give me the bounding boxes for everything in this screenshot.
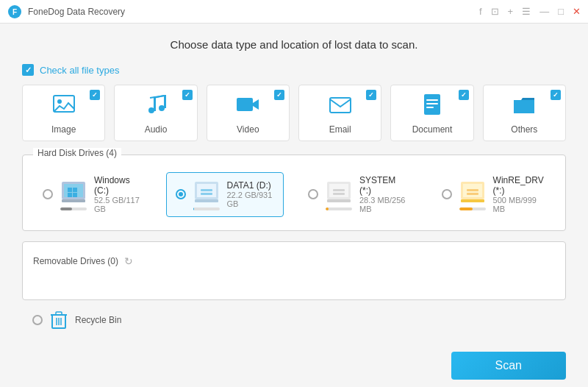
svg-point-3 [57,99,62,104]
document-icon [420,93,444,120]
drive-size-d: 22.2 GB/931 GB [227,191,275,208]
svg-rect-14 [426,103,438,104]
file-type-card-video[interactable]: Video [207,85,290,141]
drive-radio-d[interactable] [176,189,186,199]
drive-bar-fill-d [193,207,194,210]
drive-name-sys: SYSTEM (*:) [359,175,408,196]
check-all-row: Check all file types [22,64,566,76]
removable-section-header: Removable Drives (0) [33,256,118,266]
recycle-bin-label: Recycle Bin [75,315,121,325]
file-types-row: Image Audio [22,85,566,141]
svg-rect-26 [201,189,212,191]
svg-point-5 [159,105,165,111]
svg-rect-21 [68,193,72,197]
file-type-card-document[interactable]: Document [390,85,473,141]
video-checkbox[interactable] [274,90,284,100]
svg-rect-19 [68,188,72,192]
winre-drive-icon [459,179,486,205]
drive-name-winre: WinRE_DRV (*:) [493,175,545,196]
audio-icon [144,93,168,120]
drive-size-sys: 28.3 MB/256 MB [359,196,408,213]
file-type-card-audio[interactable]: Audio [114,85,197,141]
svg-rect-11 [330,98,351,113]
image-checkbox[interactable] [90,90,100,100]
data1-drive-icon [193,179,220,205]
drive-name-d: DATA1 (D:) [227,180,275,191]
app-title: FoneDog Data Recovery [28,7,479,17]
drive-item-d[interactable]: DATA1 (D:) 22.2 GB/931 GB [166,172,284,217]
drives-row: Windows (C:) 52.5 GB/117 GB [33,168,555,220]
drive-bar-winre [459,207,486,210]
email-icon [329,93,352,120]
svg-rect-6 [154,96,156,111]
drive-size-c: 52.5 GB/117 GB [94,196,142,213]
removable-drives-panel: Removable Drives (0) ↻ [22,241,566,300]
facebook-icon[interactable]: f [479,6,482,17]
refresh-icon[interactable]: ↻ [124,255,133,267]
drive-bar-fill-winre [459,207,473,210]
svg-rect-36 [467,189,478,191]
scan-button[interactable]: Scan [451,352,566,380]
svg-rect-25 [195,199,218,202]
video-icon [236,93,259,120]
email-label: Email [329,124,351,135]
audio-label: Audio [145,124,168,135]
recycle-bin-icon [50,310,68,330]
drive-name-c: Windows (C:) [94,175,142,196]
svg-rect-9 [237,98,253,111]
drive-item-c[interactable]: Windows (C:) 52.5 GB/117 GB [33,168,151,220]
drive-info-sys: SYSTEM (*:) 28.3 MB/256 MB [359,175,408,213]
drive-radio-c[interactable] [43,189,53,199]
add-icon[interactable]: + [508,6,514,17]
check-all-label: Check all file types [40,65,119,76]
svg-rect-30 [327,199,351,202]
check-all-checkbox[interactable] [22,64,34,76]
file-type-card-email[interactable]: Email [298,85,381,141]
recycle-bin-row: Recycle Bin [22,310,566,330]
drive-info-c: Windows (C:) 52.5 GB/117 GB [94,175,142,213]
title-bar: F FoneDog Data Recovery f ⊡ + ☰ — □ ✕ [0,0,588,24]
svg-text:F: F [12,8,17,16]
menu-icon[interactable]: ☰ [522,6,531,17]
audio-checkbox[interactable] [182,90,193,100]
others-label: Others [511,124,537,135]
drive-icon-area-d [193,179,220,210]
recycle-bin-radio[interactable] [32,315,43,325]
drive-item-winre[interactable]: WinRE_DRV (*:) 500 MB/999 MB [432,168,555,220]
file-type-card-image[interactable]: Image [22,85,105,141]
drive-info-d: DATA1 (D:) 22.2 GB/931 GB [227,180,275,208]
drive-icon-area-winre [459,179,486,210]
drive-bar-fill-c [60,207,72,210]
drive-size-winre: 500 MB/999 MB [493,196,545,213]
others-icon [512,93,536,120]
email-checkbox[interactable] [366,90,376,100]
svg-marker-10 [253,99,259,110]
svg-rect-35 [461,199,484,202]
svg-rect-13 [426,99,438,101]
system-drive-icon [326,179,352,205]
feedback-icon[interactable]: ⊡ [491,6,499,17]
maximize-button[interactable]: □ [558,6,564,17]
svg-point-4 [148,107,154,113]
removable-header-row: Removable Drives (0) ↻ [33,255,555,267]
svg-rect-37 [467,193,478,195]
document-checkbox[interactable] [459,90,469,100]
video-label: Video [237,124,259,135]
minimize-button[interactable]: — [539,6,549,17]
image-label: Image [51,124,76,135]
drive-info-winre: WinRE_DRV (*:) 500 MB/999 MB [493,175,545,213]
document-label: Document [412,124,453,135]
drive-item-sys[interactable]: SYSTEM (*:) 28.3 MB/256 MB [298,168,417,220]
svg-rect-40 [56,312,62,315]
drive-radio-sys[interactable] [308,189,318,199]
main-content: Choose data type and location of lost da… [0,24,588,344]
file-type-card-others[interactable]: Others [483,85,566,141]
drive-radio-winre[interactable] [442,189,452,199]
drive-icon-area-sys [326,179,352,210]
drive-bar-sys [326,207,352,210]
svg-rect-18 [62,199,85,202]
page-title: Choose data type and location of lost da… [22,38,566,51]
svg-rect-20 [73,188,77,192]
close-button[interactable]: ✕ [573,6,581,17]
others-checkbox[interactable] [551,90,561,100]
